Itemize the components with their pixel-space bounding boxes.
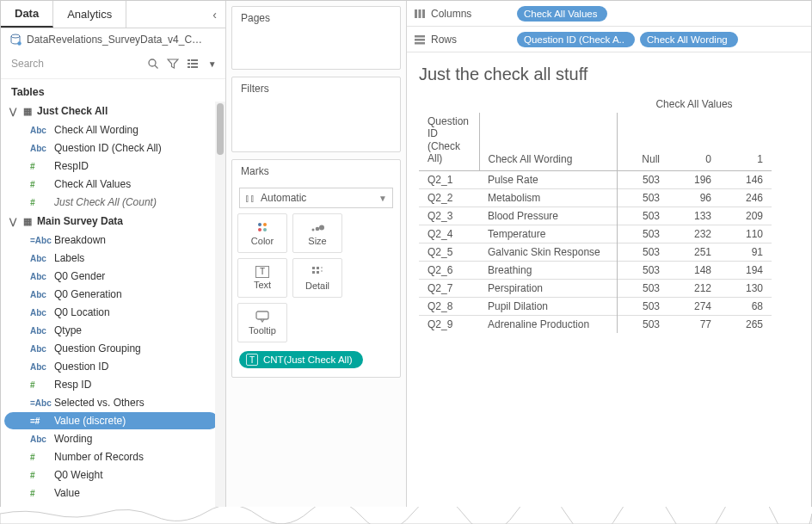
field-item[interactable]: #RespID bbox=[4, 157, 218, 175]
table-row[interactable]: Q2_1Pulse Rate503196146 bbox=[419, 170, 772, 188]
svg-point-14 bbox=[312, 229, 315, 231]
view-area: Columns Check All Values Rows Question I… bbox=[407, 1, 811, 523]
field-item[interactable]: AbcQ0 Generation bbox=[4, 286, 218, 303]
table-row[interactable]: Q2_5Galvanic Skin Response50325191 bbox=[419, 243, 772, 261]
scrollbar-thumb[interactable] bbox=[217, 103, 224, 155]
svg-rect-25 bbox=[419, 9, 421, 18]
svg-rect-19 bbox=[312, 271, 315, 274]
svg-rect-7 bbox=[191, 63, 198, 65]
marks-size-button[interactable]: Size bbox=[292, 213, 342, 253]
table-row[interactable]: Q2_8Pupil Dilation50327468 bbox=[419, 297, 772, 315]
filter-icon[interactable] bbox=[165, 55, 181, 72]
datasource-name: DataRevelations_SurveyData_v4_C… bbox=[27, 34, 202, 46]
field-item[interactable]: #Number of Records bbox=[4, 448, 218, 465]
field-item[interactable]: AbcQuestion Grouping bbox=[4, 340, 218, 357]
string-type-icon: Abc bbox=[30, 254, 49, 263]
columns-shelf[interactable]: Columns Check All Values bbox=[407, 1, 811, 27]
shelf-pill[interactable]: Check All Values bbox=[517, 6, 607, 22]
field-item[interactable]: #Check All Values bbox=[4, 176, 218, 193]
cell-value: 246 bbox=[720, 188, 772, 207]
tree-scrollbar[interactable] bbox=[215, 102, 225, 523]
viz-title[interactable]: Just the check all stuff bbox=[407, 52, 811, 89]
columns-label: Columns bbox=[431, 8, 471, 20]
svg-rect-18 bbox=[317, 267, 319, 269]
color-icon bbox=[256, 220, 268, 234]
table-row[interactable]: Q2_6Breathing503148194 bbox=[419, 261, 772, 279]
table-row[interactable]: Q2_7Perspiration503212130 bbox=[419, 279, 772, 297]
marks-tooltip-button[interactable]: Tooltip bbox=[237, 303, 287, 342]
field-item[interactable]: AbcQtype bbox=[4, 322, 218, 339]
field-item[interactable]: #Just Check All (Count) bbox=[4, 194, 218, 211]
marks-detail-button[interactable]: Detail bbox=[292, 258, 342, 298]
collapse-sidebar-icon[interactable]: ‹ bbox=[204, 1, 225, 28]
table-group-main-survey[interactable]: ⋁ ▦ Main Survey Data bbox=[1, 212, 225, 231]
string-type-icon: Abc bbox=[30, 308, 49, 317]
datasource-icon bbox=[9, 34, 22, 46]
row-header-wording: Check All Wording bbox=[479, 113, 617, 170]
field-label: Check All Values bbox=[54, 178, 131, 190]
cell-value: 91 bbox=[720, 243, 772, 261]
marks-text-button[interactable]: T Text bbox=[237, 258, 287, 298]
table-row[interactable]: Q2_3Blood Pressure503133209 bbox=[419, 207, 772, 225]
chevron-down-icon: ▼ bbox=[378, 194, 387, 203]
mark-type-label: Automatic bbox=[261, 192, 306, 204]
cell-value: 96 bbox=[668, 188, 720, 207]
svg-rect-23 bbox=[256, 311, 268, 319]
filters-card[interactable]: Filters bbox=[231, 77, 401, 152]
field-item[interactable]: AbcWording bbox=[4, 430, 218, 447]
svg-rect-26 bbox=[422, 9, 425, 18]
tab-data[interactable]: Data bbox=[1, 1, 53, 28]
size-icon bbox=[311, 220, 324, 234]
field-item[interactable]: AbcCheck All Wording bbox=[4, 121, 218, 139]
cell-wording: Adrenaline Production bbox=[479, 315, 617, 333]
number-type-icon: # bbox=[30, 380, 49, 390]
number-type-icon: # bbox=[30, 453, 49, 462]
field-item[interactable]: =AbcSelected vs. Others bbox=[4, 394, 218, 411]
search-icon[interactable] bbox=[145, 55, 162, 72]
field-item[interactable]: #Value bbox=[4, 484, 218, 502]
field-item[interactable]: #Resp ID bbox=[4, 376, 218, 393]
tab-analytics[interactable]: Analytics bbox=[53, 1, 126, 28]
marks-card-title: Marks bbox=[232, 160, 400, 182]
marks-pill-cnt[interactable]: T CNT(Just Check All) bbox=[239, 351, 363, 368]
field-item[interactable]: AbcQ0 Location bbox=[4, 304, 218, 321]
search-input[interactable] bbox=[9, 54, 142, 73]
pages-card[interactable]: Pages bbox=[231, 6, 401, 70]
field-item[interactable]: #Q0 Weight bbox=[4, 466, 218, 484]
field-item[interactable]: =AbcBreakdown bbox=[4, 231, 218, 249]
view-list-icon[interactable] bbox=[185, 55, 201, 72]
string-type-icon: Abc bbox=[30, 144, 49, 153]
field-item[interactable]: AbcLabels bbox=[4, 250, 218, 267]
table-row[interactable]: Q2_2Metabolism50396246 bbox=[419, 188, 772, 207]
table-row[interactable]: Q2_9Adrenaline Production50377265 bbox=[419, 315, 772, 333]
tooltip-icon bbox=[255, 310, 269, 324]
field-item[interactable]: AbcQuestion ID (Check All) bbox=[4, 139, 218, 157]
field-item[interactable]: AbcQuestion ID bbox=[4, 358, 218, 375]
mark-type-dropdown[interactable]: ⫿⫿ Automatic ▼ bbox=[239, 188, 393, 208]
shelf-pill[interactable]: Check All Wording bbox=[640, 32, 738, 47]
table-group-label: Just Check All bbox=[37, 105, 108, 117]
cell-wording: Pulse Rate bbox=[479, 170, 617, 188]
pages-card-title: Pages bbox=[232, 7, 400, 29]
field-item[interactable]: =#Value (discrete) bbox=[4, 412, 218, 429]
number-type-icon: # bbox=[30, 489, 49, 498]
svg-rect-28 bbox=[415, 39, 425, 41]
cell-value: 503 bbox=[617, 315, 668, 333]
svg-rect-4 bbox=[188, 59, 190, 61]
shelf-pill[interactable]: Question ID (Check A.. bbox=[517, 32, 635, 47]
datasource-row[interactable]: DataRevelations_SurveyData_v4_C… bbox=[1, 28, 225, 51]
field-item[interactable]: AbcQ0 Gender bbox=[4, 268, 218, 285]
field-label: RespID bbox=[54, 160, 89, 172]
cell-qid: Q2_2 bbox=[419, 188, 479, 207]
marks-color-button[interactable]: Color bbox=[237, 213, 287, 253]
rows-shelf[interactable]: Rows Question ID (Check A..Check All Wor… bbox=[407, 27, 811, 52]
chevron-down-icon[interactable]: ▼ bbox=[204, 55, 220, 72]
cell-qid: Q2_6 bbox=[419, 261, 479, 279]
table-row[interactable]: Q2_4Temperature503232110 bbox=[419, 225, 772, 243]
svg-point-1 bbox=[17, 41, 21, 45]
string-type-icon: =Abc bbox=[30, 236, 49, 245]
detail-icon bbox=[311, 265, 323, 279]
field-label: Value bbox=[54, 487, 80, 499]
cell-value: 146 bbox=[720, 170, 772, 188]
table-group-just-check-all[interactable]: ⋁ ▦ Just Check All bbox=[1, 102, 225, 120]
